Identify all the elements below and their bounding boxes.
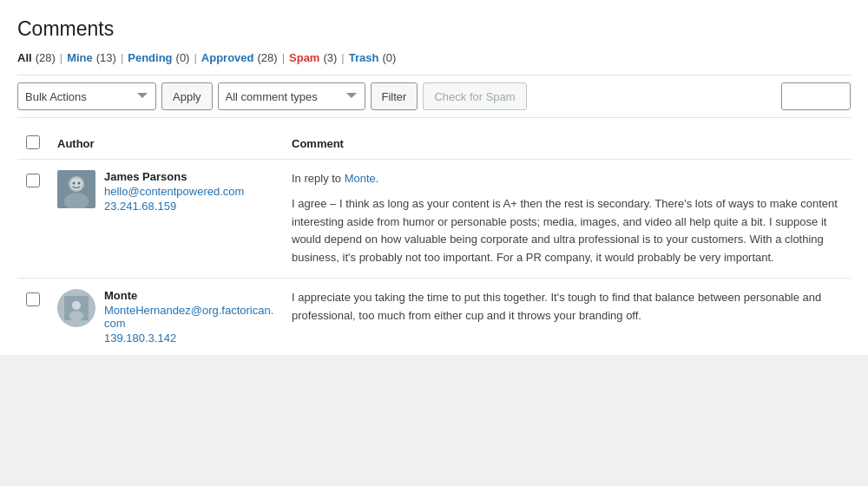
bulk-actions-select[interactable]: Bulk Actions — [17, 82, 156, 110]
toolbar: Bulk Actions Apply All comment types Fil… — [17, 75, 851, 118]
avatar — [57, 289, 95, 327]
comment-cell: I appreciate you taking the time to put … — [283, 278, 851, 355]
comment-text: I agree – I think as long as your conten… — [292, 195, 842, 267]
svg-point-5 — [78, 182, 81, 185]
author-details: MonteMonteHernandez@org.factorican.com13… — [104, 289, 274, 345]
comments-table: Author Comment James Parsonshello@conten… — [17, 128, 851, 355]
comment-cell: In reply to Monte.I agree – I think as l… — [283, 160, 851, 279]
author-cell: MonteMonteHernandez@org.factorican.com13… — [49, 278, 283, 355]
row-checkbox-cell — [17, 160, 49, 279]
apply-button[interactable]: Apply — [161, 82, 213, 110]
in-reply-to-link[interactable]: Monte — [345, 172, 376, 185]
svg-point-4 — [73, 182, 76, 185]
author-email[interactable]: hello@contentpowered.com — [104, 185, 244, 198]
search-input[interactable] — [781, 82, 851, 110]
select-all-checkbox[interactable] — [26, 135, 40, 149]
in-reply-to: In reply to Monte. — [292, 170, 842, 188]
table-row: MonteMonteHernandez@org.factorican.com13… — [17, 278, 851, 355]
comment-filters: All (28) | Mine (13) | Pending (0) | App… — [17, 51, 851, 64]
check-spam-button[interactable]: Check for Spam — [423, 82, 526, 110]
author-ip[interactable]: 139.180.3.142 — [104, 332, 274, 345]
row-checkbox[interactable] — [26, 292, 40, 306]
author-email[interactable]: MonteHernandez@org.factorican.com — [104, 304, 274, 330]
filter-spam[interactable]: Spam (3) — [289, 51, 337, 64]
row-checkbox-cell — [17, 278, 49, 355]
author-cell: James Parsonshello@contentpowered.com23.… — [49, 160, 283, 279]
comment-type-select[interactable]: All comment types — [218, 82, 365, 110]
author-name: James Parsons — [104, 170, 244, 183]
filter-mine[interactable]: Mine (13) — [67, 51, 116, 64]
filter-button[interactable]: Filter — [371, 82, 418, 110]
select-all-header[interactable] — [17, 128, 49, 160]
table-row: James Parsonshello@contentpowered.com23.… — [17, 160, 851, 279]
filter-trash[interactable]: Trash (0) — [349, 51, 397, 64]
filter-pending[interactable]: Pending (0) — [128, 51, 189, 64]
row-checkbox[interactable] — [26, 174, 40, 187]
svg-point-7 — [72, 301, 81, 310]
author-name: Monte — [104, 289, 274, 302]
author-details: James Parsonshello@contentpowered.com23.… — [104, 170, 244, 213]
page-title: Comments — [17, 17, 851, 41]
comment-text: I appreciate you taking the time to put … — [292, 289, 842, 325]
author-ip[interactable]: 23.241.68.159 — [104, 200, 244, 213]
avatar — [57, 170, 95, 208]
comment-col-header: Comment — [283, 128, 851, 160]
author-col-header: Author — [49, 128, 283, 160]
filter-approved[interactable]: Approved (28) — [201, 51, 278, 64]
filter-all[interactable]: All (28) — [17, 51, 56, 64]
